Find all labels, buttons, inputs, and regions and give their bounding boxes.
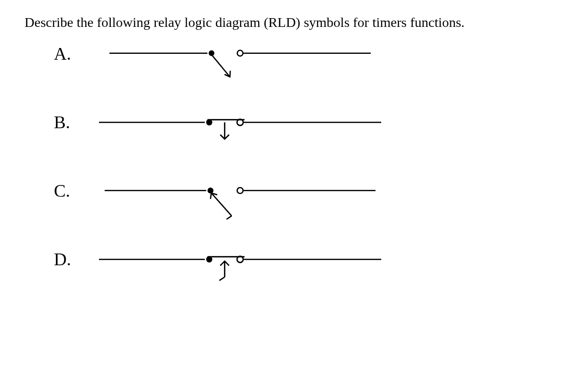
- svg-line-23: [220, 277, 225, 280]
- svg-point-1: [209, 50, 215, 56]
- item-d: D.: [54, 251, 564, 300]
- item-label: A.: [54, 45, 83, 63]
- svg-line-4: [212, 56, 230, 77]
- item-label: D.: [54, 251, 83, 268]
- svg-point-2: [237, 50, 243, 56]
- item-label: B.: [54, 114, 83, 131]
- rld-symbol-c: [83, 182, 397, 231]
- svg-point-12: [208, 187, 214, 193]
- item-label: C.: [54, 182, 83, 200]
- symbol-list: A. B.: [54, 45, 564, 300]
- svg-line-15: [211, 193, 231, 216]
- item-b: B.: [54, 114, 564, 162]
- svg-line-16: [226, 216, 231, 219]
- svg-point-13: [237, 187, 243, 193]
- item-a: A.: [54, 45, 564, 94]
- rld-symbol-a: [83, 45, 397, 94]
- question-text: Describe the following relay logic diagr…: [24, 15, 564, 30]
- rld-symbol-d: [83, 251, 397, 300]
- item-c: C.: [54, 182, 564, 231]
- rld-symbol-b: [83, 114, 397, 162]
